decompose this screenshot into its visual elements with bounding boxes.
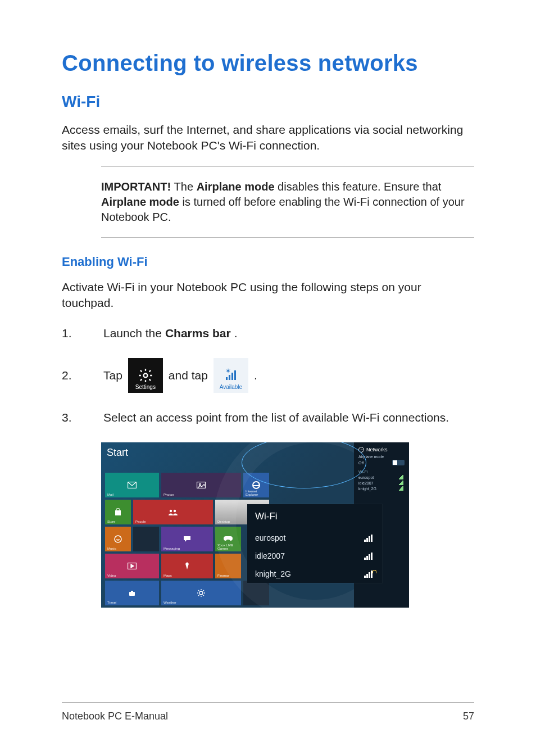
- section-wifi-heading: Wi-Fi: [62, 93, 474, 111]
- settings-charm-label: Settings: [135, 383, 156, 391]
- start-tile[interactable]: Store: [105, 500, 131, 524]
- svg-point-9: [253, 482, 260, 488]
- start-tile[interactable]: Internet Explorer: [243, 473, 269, 497]
- svg-point-0: [143, 374, 147, 378]
- svg-text:✶: ✶: [225, 368, 231, 375]
- step-1-num: 1.: [62, 327, 81, 340]
- network-item[interactable]: eurospot: [247, 529, 382, 547]
- svg-point-10: [170, 510, 172, 512]
- settings-charm-icon[interactable]: Settings: [128, 358, 163, 393]
- step-2-pre: Tap: [103, 368, 122, 383]
- svg-rect-14: [129, 592, 135, 596]
- svg-rect-3: [231, 373, 233, 380]
- enable-intro: Activate Wi-Fi in your Notebook PC using…: [62, 279, 474, 311]
- steps-list: 1. Launch the Charms bar. 2. Tap Setting…: [62, 323, 474, 428]
- wifi-callout: Wi-Fi eurospotidle2007knight_2G: [247, 504, 382, 583]
- airplane-mode-toggle[interactable]: [392, 460, 405, 465]
- step-2: 2. Tap Settings and tap: [62, 358, 474, 393]
- airplane-mode-state: Off: [358, 461, 364, 465]
- step-2-num: 2.: [62, 369, 81, 382]
- step-1-post: .: [234, 325, 238, 341]
- start-tile[interactable]: Photos: [161, 473, 241, 497]
- start-tile[interactable]: Xbox LIVE Games: [215, 527, 241, 551]
- wifi-small-header: Wi-Fi: [358, 470, 405, 474]
- network-item[interactable]: idle2007: [247, 547, 382, 565]
- available-network-icon[interactable]: ✶ Available: [214, 358, 248, 393]
- network-item[interactable]: knight_2G: [247, 565, 382, 583]
- step-2-post: .: [254, 368, 257, 383]
- network-item-small[interactable]: eurospot: [358, 475, 405, 479]
- start-tile[interactable]: People: [133, 500, 213, 524]
- svg-point-16: [199, 591, 203, 595]
- start-tile[interactable]: Finance: [215, 554, 241, 578]
- svg-rect-4: [234, 370, 236, 380]
- networks-panel-title: ← Networks: [358, 447, 405, 452]
- important-text-2: disables this feature. Ensure that: [275, 180, 442, 193]
- wifi-callout-header: Wi-Fi: [247, 504, 382, 529]
- footer-left: Notebook PC E-Manual: [62, 710, 168, 722]
- important-term-2: Airplane mode: [101, 196, 179, 208]
- airplane-mode-row[interactable]: Airplane mode: [358, 455, 405, 459]
- step-3-num: 3.: [62, 411, 81, 424]
- start-tile[interactable]: [243, 581, 269, 605]
- network-item-small[interactable]: idle2007: [358, 481, 405, 485]
- svg-rect-1: [226, 377, 228, 380]
- important-text-1: The: [174, 180, 197, 193]
- signal-icon: [364, 552, 374, 560]
- start-tile[interactable]: Maps: [161, 554, 213, 578]
- available-network-label: Available: [220, 383, 242, 391]
- wifi-screenshot: Start MailPhotosInternet ExplorerStorePe…: [101, 442, 409, 608]
- step-3-text: Select an access point from the list of …: [103, 410, 449, 425]
- start-tile[interactable]: Messaging: [161, 527, 213, 551]
- start-tile[interactable]: Mail: [105, 473, 159, 497]
- start-tile[interactable]: Video: [105, 554, 159, 578]
- svg-point-8: [199, 484, 201, 486]
- network-item-small[interactable]: knight_2G: [358, 486, 405, 491]
- start-label: Start: [107, 447, 128, 459]
- svg-point-11: [174, 510, 176, 512]
- step-2-mid: and tap: [169, 368, 208, 383]
- intro-paragraph: Access emails, surf the Internet, and sh…: [62, 122, 474, 154]
- start-tile[interactable]: [133, 527, 159, 551]
- step-3: 3. Select an access point from the list …: [62, 408, 474, 428]
- signal-icon: [364, 570, 374, 578]
- important-label: IMPORTANT!: [101, 180, 174, 193]
- tile-grid: MailPhotosInternet ExplorerStorePeopleDe…: [105, 473, 269, 608]
- footer-page-number: 57: [463, 710, 474, 722]
- important-note: IMPORTANT! The Airplane mode disables th…: [101, 166, 474, 238]
- signal-icon: [364, 534, 374, 542]
- svg-rect-2: [229, 375, 230, 380]
- start-tile[interactable]: Travel: [105, 581, 159, 605]
- step-1: 1. Launch the Charms bar.: [62, 323, 474, 343]
- page-footer: Notebook PC E-Manual 57: [62, 702, 474, 722]
- start-tile[interactable]: Music: [105, 527, 131, 551]
- step-1-pre: Launch the: [103, 325, 162, 341]
- start-tile[interactable]: Weather: [161, 581, 241, 605]
- page-title: Connecting to wireless networks: [62, 51, 474, 76]
- important-term-1: Airplane mode: [197, 180, 275, 193]
- step-1-bold: Charms bar: [165, 325, 231, 341]
- svg-rect-15: [131, 591, 133, 592]
- svg-point-12: [115, 536, 121, 542]
- subsection-enable-wifi: Enabling Wi-Fi: [62, 255, 474, 269]
